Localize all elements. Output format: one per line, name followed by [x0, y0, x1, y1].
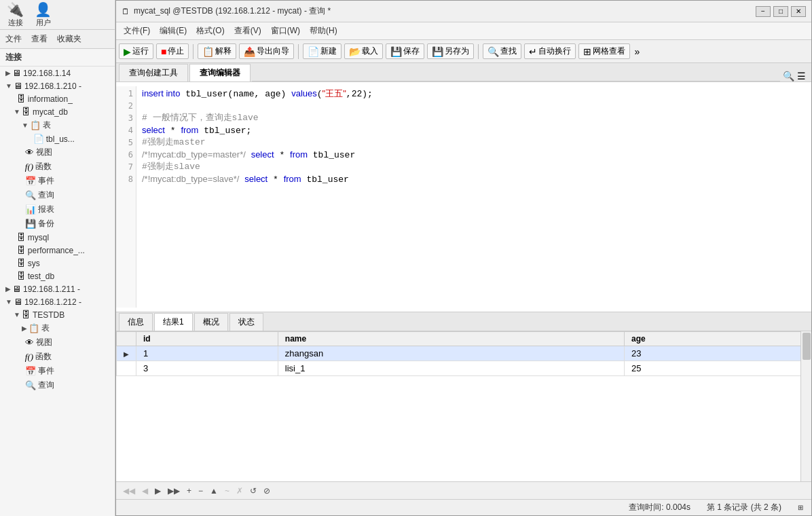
server-icon: 🖥: [14, 297, 22, 307]
autowrap-button[interactable]: ↵ 自动换行: [524, 43, 576, 59]
run-button[interactable]: ▶ 运行: [119, 43, 153, 59]
row-arrow-icon: ▶: [124, 350, 129, 358]
save-icon: 💾: [390, 46, 402, 57]
find-button[interactable]: 🔍 查找: [483, 43, 521, 59]
btab-overview[interactable]: 概况: [194, 313, 228, 331]
explain-button[interactable]: 📋 解释: [198, 43, 236, 59]
autowrap-label: 自动换行: [538, 45, 571, 57]
code-content[interactable]: insert into tbl_user(name, age) values("…: [136, 86, 811, 308]
tree-item-events2[interactable]: 📅 事件: [0, 364, 115, 378]
tree-item-192-168-1-212[interactable]: ▼ 🖥 192.168.1.212 -: [0, 295, 115, 308]
tree-item-tables[interactable]: ▼ 📋 表: [0, 118, 115, 132]
new-button[interactable]: 📄 新建: [303, 43, 342, 59]
stop-button[interactable]: ■ 停止: [156, 43, 189, 59]
menu-view[interactable]: 查看: [30, 33, 49, 45]
tree-item-performance[interactable]: 🗄 performance_...: [0, 244, 115, 257]
chevron-right-icon: ▶: [5, 285, 11, 293]
result-scrollbar[interactable]: [800, 331, 811, 481]
menu-favorites[interactable]: 收藏夹: [56, 33, 83, 45]
tree-item-queries2[interactable]: 🔍 查询: [0, 378, 115, 392]
tree-item-views[interactable]: 👁 视图: [0, 145, 115, 160]
code-editor[interactable]: 1 2 3 4 5 6 7 8 insert into tbl_user(nam…: [116, 82, 811, 312]
tree-item-views2[interactable]: 👁 视图: [0, 335, 115, 350]
tree-item-192-168-1-14[interactable]: ▶ 🖥 192.168.1.14: [0, 67, 115, 79]
no-arrow: [22, 177, 24, 185]
tab-query-builder[interactable]: 查询创建工具: [119, 64, 188, 81]
save-as-button[interactable]: 💾 另存为: [427, 43, 474, 59]
nav-next-button[interactable]: ▶: [153, 486, 162, 496]
save-button[interactable]: 💾 保存: [386, 43, 424, 59]
view-icon: 👁: [25, 337, 34, 348]
function-icon: f(): [25, 162, 33, 172]
nav-refresh-button[interactable]: ↺: [248, 486, 258, 496]
tree-label: 函数: [35, 161, 52, 172]
code-line-8: /*!mycat:db_type=slave*/ select * from t…: [142, 173, 806, 185]
table-row[interactable]: ▶ 1 zhangsan 23: [117, 346, 811, 361]
menu-file[interactable]: 文件: [4, 33, 23, 45]
tree-label: sys: [28, 259, 40, 268]
connect-button[interactable]: 🔌 连接: [7, 1, 24, 28]
btab-result1[interactable]: 结果1: [154, 313, 193, 331]
row-2-arrow: [117, 361, 136, 376]
tree-label: 报表: [38, 204, 54, 215]
tree-label: tbl_us...: [46, 134, 75, 144]
stop-icon: ■: [161, 46, 166, 57]
scrollbar-thumb[interactable]: [802, 333, 811, 360]
export-button[interactable]: 📤 导出向导: [239, 43, 294, 59]
close-button[interactable]: ✕: [791, 6, 806, 17]
minimize-button[interactable]: −: [756, 6, 771, 17]
tree-item-mysql[interactable]: 🗄 mysql: [0, 231, 115, 244]
nav-last-button[interactable]: ▶▶: [166, 486, 181, 496]
tree-label: 192.168.1.212 -: [24, 297, 81, 307]
tree-item-testdb[interactable]: 🗄 test_db: [0, 270, 115, 282]
btab-status[interactable]: 状态: [229, 313, 263, 331]
export-label: 导出向导: [257, 45, 289, 57]
menu-file[interactable]: 文件(F): [119, 24, 155, 38]
tree-item-192-168-1-210[interactable]: ▼ 🖥 192.168.1.210 -: [0, 79, 115, 92]
tree-item-reports[interactable]: 📊 报表: [0, 202, 115, 217]
tree-item-mycat-db[interactable]: ▼ 🗄 mycat_db: [0, 105, 115, 118]
load-button[interactable]: 📂 载入: [344, 43, 383, 59]
tree-item-information[interactable]: 🗄 information_: [0, 92, 115, 105]
nav-first-button[interactable]: ◀◀: [122, 486, 136, 496]
tree-item-functions[interactable]: f() 函数: [0, 160, 115, 174]
grid-view-button[interactable]: ⊞ 网格查看: [578, 43, 630, 59]
view-icon: 👁: [25, 147, 34, 158]
search-icon[interactable]: 🔍: [783, 71, 794, 81]
menu-window[interactable]: 窗口(W): [266, 24, 305, 38]
tree-item-192-168-1-211[interactable]: ▶ 🖥 192.168.1.211 -: [0, 282, 115, 295]
user-button[interactable]: 👤 用户: [35, 1, 52, 28]
row-2-age: 25: [625, 361, 811, 376]
table-icon: 📋: [29, 323, 39, 333]
tab-bar-icon[interactable]: ☰: [797, 71, 806, 81]
tree-item-backup[interactable]: 💾 备份: [0, 217, 115, 231]
user-label: 用户: [36, 18, 51, 28]
tree-label: 查询: [38, 189, 54, 201]
tree-item-functions2[interactable]: f() 函数: [0, 350, 115, 364]
nav-up-button[interactable]: ▲: [208, 486, 219, 496]
menu-help[interactable]: 帮助(H): [305, 24, 342, 38]
tree-item-tables2[interactable]: ▶ 📋 表: [0, 321, 115, 335]
nav-clear-button[interactable]: ⊘: [262, 486, 272, 496]
maximize-button[interactable]: □: [773, 6, 788, 17]
code-line-7: #强制走slave: [142, 161, 806, 173]
nav-add-button[interactable]: +: [185, 486, 193, 496]
tree-item-events[interactable]: 📅 事件: [0, 174, 115, 188]
menu-edit[interactable]: 编辑(E): [155, 24, 191, 38]
bottom-nav-toolbar: ◀◀ ◀ ▶ ▶▶ + − ▲ ~ ✗ ↺ ⊘: [116, 481, 811, 499]
table-row[interactable]: 3 lisi_1 25: [117, 361, 811, 376]
tab-query-editor[interactable]: 查询编辑器: [189, 64, 251, 81]
tree-item-queries[interactable]: 🔍 查询: [0, 188, 115, 202]
nav-delete-button[interactable]: −: [197, 486, 204, 496]
tree-item-tbl-user[interactable]: 📄 tbl_us...: [0, 132, 115, 145]
more-button[interactable]: »: [633, 46, 641, 57]
tree-item-TESTDB[interactable]: ▼ 🗄 TESTDB: [0, 308, 115, 321]
tree-item-sys[interactable]: 🗄 sys: [0, 257, 115, 270]
nav-cancel-button[interactable]: ✗: [235, 486, 244, 496]
menu-view[interactable]: 查看(V): [229, 24, 266, 38]
nav-tilde-button[interactable]: ~: [223, 486, 231, 496]
btab-info[interactable]: 信息: [119, 313, 153, 331]
nav-prev-button[interactable]: ◀: [141, 486, 149, 496]
database-icon: 🗄: [17, 245, 26, 255]
menu-format[interactable]: 格式(O): [191, 24, 229, 38]
